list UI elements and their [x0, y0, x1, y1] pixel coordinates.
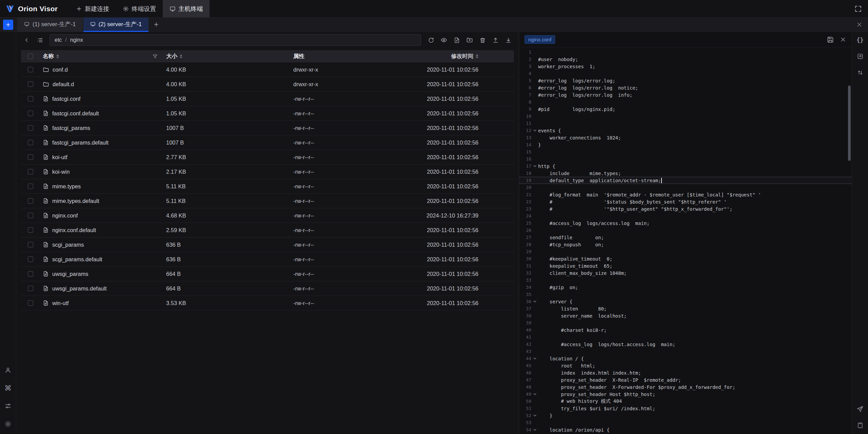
- open-file-tag[interactable]: nginx.conf: [525, 35, 555, 44]
- file-name[interactable]: koi-win: [52, 169, 70, 175]
- file-name[interactable]: mime.types.default: [52, 198, 99, 204]
- column-header-size[interactable]: 大小: [166, 53, 177, 60]
- fold-chevron-icon[interactable]: [531, 164, 538, 168]
- code-line[interactable]: 31 keepalive_timeout 65;: [519, 262, 852, 269]
- save-button[interactable]: [827, 36, 834, 43]
- row-checkbox[interactable]: [28, 140, 33, 145]
- table-row[interactable]: mime.types.default5.11 KB-rw-r--r--2020-…: [21, 194, 514, 208]
- delete-button[interactable]: [477, 34, 488, 46]
- row-checkbox[interactable]: [28, 184, 33, 189]
- tab-server-2[interactable]: (2) server-生产-1: [83, 18, 149, 32]
- code-line[interactable]: 17http {: [519, 163, 852, 170]
- fold-chevron-icon[interactable]: [531, 300, 538, 303]
- file-name[interactable]: scgi_params.default: [52, 256, 102, 263]
- code-line[interactable]: 14}: [519, 141, 852, 148]
- fullscreen-icon[interactable]: [854, 5, 862, 13]
- code-line[interactable]: 16: [519, 155, 852, 163]
- row-checkbox[interactable]: [28, 111, 33, 116]
- list-view-button[interactable]: [34, 34, 45, 46]
- shortcut-keys-button[interactable]: ⌘: [3, 383, 13, 393]
- editor-close-button[interactable]: [840, 36, 846, 43]
- code-line[interactable]: 42 #access_log logs/host.access.log main…: [519, 341, 852, 348]
- file-name[interactable]: fastcgi.conf.default: [52, 110, 99, 117]
- code-line[interactable]: 29: [519, 248, 852, 255]
- file-name[interactable]: default.d: [53, 81, 74, 88]
- sort-icon[interactable]: [56, 54, 59, 58]
- expand-panel-button[interactable]: [855, 52, 865, 61]
- code-line[interactable]: 5#error_log logs/error.log;: [519, 77, 852, 84]
- code-line[interactable]: 1: [519, 49, 852, 56]
- fold-chevron-icon[interactable]: [531, 392, 538, 396]
- code-line[interactable]: 51 try_files $uri $uri/ /index.html;: [519, 405, 852, 412]
- table-row[interactable]: win-utf3.53 KB-rw-r--r--2020-11-01 10:02…: [21, 296, 514, 310]
- file-name[interactable]: conf.d: [53, 67, 68, 73]
- row-checkbox[interactable]: [28, 67, 33, 72]
- back-button[interactable]: [21, 34, 33, 46]
- column-header-name[interactable]: 名称: [43, 53, 54, 60]
- code-line[interactable]: 30 #keepalive_timeout 0;: [519, 255, 852, 262]
- table-row[interactable]: uwsgi_params.default664 B-rw-r--r--2020-…: [21, 281, 514, 296]
- code-line[interactable]: 32 client_max_body_size 1048m;: [519, 269, 852, 277]
- table-row[interactable]: fastcgi.conf1.05 KB-rw-r--r--2020-11-01 …: [21, 92, 514, 106]
- table-row[interactable]: nginx.conf4.68 KB-rw-r--r--2024-12-10 16…: [21, 208, 514, 223]
- editor-code[interactable]: 12#user nobody;3worker_processes 1;45#er…: [519, 48, 852, 434]
- code-line[interactable]: 39: [519, 319, 852, 326]
- table-row[interactable]: fastcgi.conf.default1.05 KB-rw-r--r--202…: [21, 106, 514, 121]
- code-line[interactable]: 53: [519, 419, 852, 426]
- show-hidden-button[interactable]: [438, 34, 450, 46]
- table-row[interactable]: conf.d4.00 KBdrwxr-xr-x2020-11-01 10:02:…: [21, 62, 514, 77]
- table-row[interactable]: fastcgi_params1007 B-rw-r--r--2020-11-01…: [21, 121, 514, 135]
- code-line[interactable]: 24: [519, 212, 852, 220]
- file-name[interactable]: mime.types: [52, 183, 81, 190]
- file-name[interactable]: nginx.conf: [52, 212, 78, 219]
- table-row[interactable]: uwsgi_params664 B-rw-r--r--2020-11-01 10…: [21, 267, 514, 281]
- code-line[interactable]: 4: [519, 70, 852, 77]
- code-line[interactable]: 34 #gzip on;: [519, 284, 852, 291]
- code-line[interactable]: 3worker_processes 1;: [519, 63, 852, 70]
- settings-button[interactable]: [3, 419, 13, 429]
- file-name[interactable]: fastcgi_params.default: [52, 139, 108, 146]
- table-row[interactable]: koi-utf2.77 KB-rw-r--r--2020-11-01 10:02…: [21, 150, 514, 165]
- new-folder-button[interactable]: [464, 34, 475, 46]
- code-line[interactable]: 28 #tcp_nopush on;: [519, 241, 852, 248]
- code-line[interactable]: 41: [519, 334, 852, 341]
- code-line[interactable]: 23 # '"$http_user_agent" "$http_x_forwar…: [519, 205, 852, 212]
- column-header-mtime[interactable]: 修改时间: [451, 53, 473, 60]
- menu-new-connection[interactable]: 新建连接: [69, 0, 116, 17]
- row-checkbox[interactable]: [28, 125, 33, 131]
- file-name[interactable]: scgi_params: [52, 242, 84, 248]
- transfer-list-button[interactable]: [855, 68, 865, 77]
- code-line[interactable]: 43: [519, 348, 852, 355]
- file-name[interactable]: win-utf: [52, 300, 69, 306]
- preferences-button[interactable]: [3, 401, 13, 411]
- code-line[interactable]: 54 location /orion/api {: [519, 426, 852, 433]
- row-checkbox[interactable]: [28, 227, 33, 233]
- code-line[interactable]: 8: [519, 98, 852, 106]
- row-checkbox[interactable]: [28, 198, 33, 204]
- code-line[interactable]: 46 index index.html index.htm;: [519, 369, 852, 376]
- code-line[interactable]: 25 #access_log logs/access.log main;: [519, 220, 852, 227]
- code-line[interactable]: 49 proxy_set_header Host $http_host;: [519, 391, 852, 398]
- sort-icon[interactable]: [180, 54, 182, 58]
- menu-host-terminal[interactable]: 主机终端: [163, 0, 210, 17]
- code-line[interactable]: 26: [519, 227, 852, 234]
- file-name[interactable]: fastcgi.conf: [52, 96, 80, 102]
- breadcrumb[interactable]: etc / nginx: [50, 34, 421, 46]
- add-tab-button[interactable]: +: [149, 20, 163, 29]
- row-checkbox[interactable]: [28, 81, 33, 87]
- breadcrumb-segment[interactable]: nginx: [70, 37, 83, 43]
- fold-chevron-icon[interactable]: [531, 428, 538, 432]
- code-line[interactable]: 18 include mime.types;: [519, 170, 852, 177]
- code-line[interactable]: 15: [519, 148, 852, 155]
- code-line[interactable]: 52 }: [519, 412, 852, 419]
- tabbar-close-button[interactable]: [851, 21, 868, 28]
- fold-chevron-icon[interactable]: [531, 414, 538, 417]
- new-connection-button[interactable]: +: [3, 20, 13, 30]
- table-row[interactable]: default.d4.00 KBdrwxr-xr-x2020-11-01 10:…: [21, 77, 514, 92]
- code-line[interactable]: 38 server_name localhost;: [519, 312, 852, 319]
- file-name[interactable]: uwsgi_params.default: [52, 285, 107, 292]
- table-row[interactable]: koi-win2.17 KB-rw-r--r--2020-11-01 10:02…: [21, 165, 514, 179]
- tab-server-1[interactable]: (1) server-生产-1: [17, 18, 83, 32]
- row-checkbox[interactable]: [28, 169, 33, 174]
- file-name[interactable]: nginx.conf.default: [52, 227, 96, 233]
